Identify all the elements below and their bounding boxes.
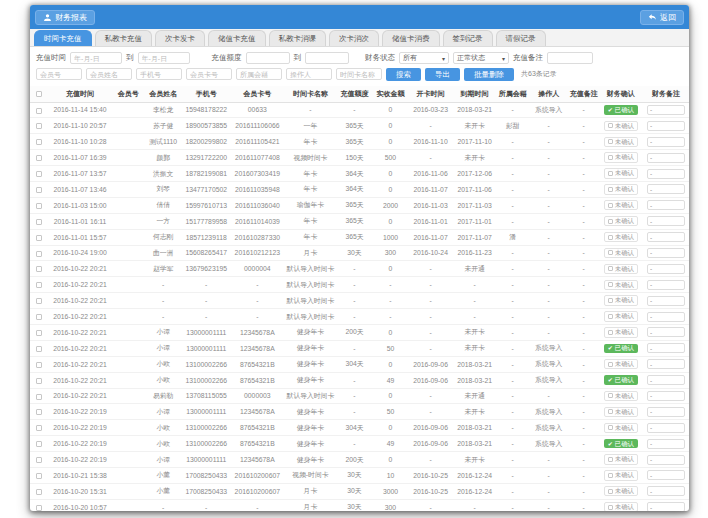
search-button[interactable]: 搜索 bbox=[386, 68, 421, 81]
finance-remark-input[interactable] bbox=[647, 455, 685, 465]
unconfirmed-checkbox[interactable]: 未确认 bbox=[604, 200, 638, 210]
finance-remark-input[interactable] bbox=[647, 296, 685, 306]
unconfirmed-checkbox[interactable]: 未确认 bbox=[604, 311, 638, 321]
unconfirmed-checkbox[interactable]: 未确认 bbox=[604, 184, 638, 194]
finance-remark-input[interactable] bbox=[647, 312, 685, 322]
unconfirmed-checkbox[interactable]: 未确认 bbox=[604, 168, 638, 178]
tab-5[interactable]: 次卡消次 bbox=[329, 30, 379, 46]
amount-from-input[interactable] bbox=[246, 52, 290, 64]
tab-3[interactable]: 储值卡充值 bbox=[208, 30, 266, 46]
finance-remark-input[interactable] bbox=[647, 216, 685, 226]
row-checkbox[interactable] bbox=[36, 394, 42, 400]
filter-input-3[interactable] bbox=[186, 68, 232, 80]
finance-remark-input[interactable] bbox=[647, 486, 685, 496]
unconfirmed-checkbox[interactable]: 未确认 bbox=[604, 502, 638, 511]
row-checkbox[interactable] bbox=[36, 473, 42, 479]
row-checkbox[interactable] bbox=[36, 171, 42, 177]
finance-remark-input[interactable] bbox=[647, 169, 685, 179]
unconfirmed-checkbox[interactable]: 未确认 bbox=[604, 137, 638, 147]
row-checkbox[interactable] bbox=[36, 330, 42, 336]
finance-remark-input[interactable] bbox=[647, 439, 685, 449]
row-checkbox[interactable] bbox=[36, 425, 42, 431]
row-checkbox[interactable] bbox=[36, 505, 42, 511]
finance-remark-input[interactable] bbox=[647, 327, 685, 337]
row-checkbox[interactable] bbox=[36, 441, 42, 447]
row-checkbox[interactable] bbox=[36, 203, 42, 209]
unconfirmed-checkbox[interactable]: 未确认 bbox=[604, 232, 638, 242]
finance-remark-input[interactable] bbox=[647, 264, 685, 274]
finance-remark-input[interactable] bbox=[647, 200, 685, 210]
report-title-button[interactable]: 财务报表 bbox=[35, 10, 95, 25]
unconfirmed-checkbox[interactable]: 未确认 bbox=[604, 486, 638, 496]
row-checkbox[interactable] bbox=[36, 266, 42, 272]
filter-input-1[interactable] bbox=[86, 68, 132, 80]
unconfirmed-checkbox[interactable]: 未确认 bbox=[604, 391, 638, 401]
select-all-checkbox[interactable] bbox=[36, 91, 42, 97]
finance-remark-input[interactable] bbox=[647, 105, 685, 115]
export-button[interactable]: 导出 bbox=[425, 68, 460, 81]
unconfirmed-checkbox[interactable]: 未确认 bbox=[604, 359, 638, 369]
row-checkbox[interactable] bbox=[36, 282, 42, 288]
unconfirmed-checkbox[interactable]: 未确认 bbox=[604, 295, 638, 305]
finance-remark-input[interactable] bbox=[647, 121, 685, 131]
finance-status-select[interactable]: 所有 ▾ bbox=[399, 52, 449, 64]
filter-input-4[interactable] bbox=[236, 68, 282, 80]
filter-input-5[interactable] bbox=[286, 68, 332, 80]
row-checkbox[interactable] bbox=[36, 314, 42, 320]
state-select[interactable]: 正常状态 ▾ bbox=[453, 52, 509, 64]
unconfirmed-checkbox[interactable]: 未确认 bbox=[604, 407, 638, 417]
unconfirmed-checkbox[interactable]: 未确认 bbox=[604, 264, 638, 274]
unconfirmed-checkbox[interactable]: 未确认 bbox=[604, 152, 638, 162]
finance-remark-input[interactable] bbox=[647, 423, 685, 433]
row-checkbox[interactable] bbox=[36, 409, 42, 415]
back-button[interactable]: 返回 bbox=[640, 10, 684, 25]
unconfirmed-checkbox[interactable]: 未确认 bbox=[604, 470, 638, 480]
finance-remark-input[interactable] bbox=[647, 280, 685, 290]
row-checkbox[interactable] bbox=[36, 346, 42, 352]
finance-remark-input[interactable] bbox=[647, 407, 685, 417]
tab-0[interactable]: 时间卡充值 bbox=[34, 30, 92, 46]
date-from-input[interactable] bbox=[70, 52, 122, 64]
row-checkbox[interactable] bbox=[36, 378, 42, 384]
row-checkbox[interactable] bbox=[36, 298, 42, 304]
row-checkbox[interactable] bbox=[36, 489, 42, 495]
row-checkbox[interactable] bbox=[36, 362, 42, 368]
unconfirmed-checkbox[interactable]: 未确认 bbox=[604, 121, 638, 131]
row-checkbox[interactable] bbox=[36, 139, 42, 145]
unconfirmed-checkbox[interactable]: 未确认 bbox=[604, 248, 638, 258]
date-to-input[interactable] bbox=[138, 52, 190, 64]
batch-delete-button[interactable]: 批量删除 bbox=[464, 68, 514, 81]
filter-input-0[interactable] bbox=[36, 68, 82, 80]
finance-remark-input[interactable] bbox=[647, 137, 685, 147]
finance-remark-input[interactable] bbox=[647, 248, 685, 258]
amount-to-input[interactable] bbox=[305, 52, 349, 64]
row-checkbox[interactable] bbox=[36, 123, 42, 129]
finance-remark-input[interactable] bbox=[647, 359, 685, 369]
tab-6[interactable]: 储值卡消费 bbox=[382, 30, 440, 46]
filter-input-2[interactable] bbox=[136, 68, 182, 80]
row-checkbox[interactable] bbox=[36, 108, 42, 114]
row-checkbox[interactable] bbox=[36, 457, 42, 463]
unconfirmed-checkbox[interactable]: 未确认 bbox=[604, 454, 638, 464]
unconfirmed-checkbox[interactable]: 未确认 bbox=[604, 327, 638, 337]
row-checkbox[interactable] bbox=[36, 219, 42, 225]
recharge-remark-input[interactable] bbox=[547, 52, 593, 64]
finance-remark-input[interactable] bbox=[647, 184, 685, 194]
tab-2[interactable]: 次卡发卡 bbox=[155, 30, 205, 46]
tab-8[interactable]: 请假记录 bbox=[496, 30, 546, 46]
unconfirmed-checkbox[interactable]: 未确认 bbox=[604, 423, 638, 433]
finance-remark-input[interactable] bbox=[647, 153, 685, 163]
row-checkbox[interactable] bbox=[36, 155, 42, 161]
finance-remark-input[interactable] bbox=[647, 343, 685, 353]
tab-1[interactable]: 私教卡充值 bbox=[95, 30, 153, 46]
finance-remark-input[interactable] bbox=[647, 470, 685, 480]
finance-remark-input[interactable] bbox=[647, 375, 685, 385]
tab-4[interactable]: 私教卡消课 bbox=[269, 30, 327, 46]
finance-remark-input[interactable] bbox=[647, 391, 685, 401]
row-checkbox[interactable] bbox=[36, 251, 42, 257]
row-checkbox[interactable] bbox=[36, 235, 42, 241]
unconfirmed-checkbox[interactable]: 未确认 bbox=[604, 280, 638, 290]
finance-remark-input[interactable] bbox=[647, 232, 685, 242]
finance-remark-input[interactable] bbox=[647, 502, 685, 511]
row-checkbox[interactable] bbox=[36, 187, 42, 193]
